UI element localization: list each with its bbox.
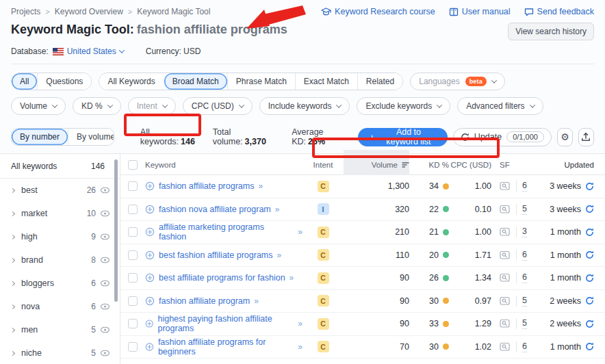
keyword-expand-icon[interactable]: » xyxy=(275,205,280,214)
row-checkbox[interactable] xyxy=(128,319,138,328)
column-header-updated[interactable]: Updated xyxy=(545,161,594,169)
keyword-expand-icon[interactable]: » xyxy=(298,227,302,237)
exclude-group-eye-button[interactable] xyxy=(100,187,110,194)
column-header-intent[interactable]: Intent xyxy=(302,161,344,169)
serp-preview-icon[interactable] xyxy=(500,342,511,352)
serp-preview-icon[interactable] xyxy=(500,296,511,306)
database-selector[interactable]: United States xyxy=(53,47,124,56)
sf-count[interactable]: 6 xyxy=(522,250,527,261)
filter-dropdown-advanced-filters[interactable]: Advanced filters xyxy=(457,97,543,115)
tab-broad-match[interactable]: Broad Match xyxy=(164,73,227,90)
column-header-kd[interactable]: KD % xyxy=(409,161,449,169)
keyword-research-course-link[interactable]: Keyword Research course xyxy=(321,7,435,16)
add-keyword-icon[interactable] xyxy=(145,181,155,191)
row-checkbox[interactable] xyxy=(128,273,138,283)
refresh-row-button[interactable] xyxy=(585,250,594,259)
send-feedback-link[interactable]: Send feedback xyxy=(524,7,594,16)
update-button[interactable]: Update 0/1,000 xyxy=(453,128,552,146)
column-header-sf[interactable]: SF xyxy=(491,161,545,169)
sidebar-group-men[interactable]: men5 xyxy=(0,318,120,341)
refresh-metrics-icon[interactable] xyxy=(585,182,594,191)
row-checkbox[interactable] xyxy=(128,296,138,306)
filter-dropdown-volume[interactable]: Volume xyxy=(11,97,66,115)
keyword-link[interactable]: affiliate marketing programs fashion xyxy=(159,222,294,242)
serp-preview-icon[interactable] xyxy=(500,273,511,283)
refresh-metrics-icon[interactable] xyxy=(585,228,594,237)
add-keyword-icon[interactable] xyxy=(145,296,155,306)
refresh-metrics-icon[interactable] xyxy=(585,205,594,213)
filter-dropdown-exclude-keywords[interactable]: Exclude keywords xyxy=(357,97,450,115)
keyword-link[interactable]: fashion affiliate program xyxy=(159,296,250,306)
tab-exact-match[interactable]: Exact Match xyxy=(295,73,357,90)
refresh-row-button[interactable] xyxy=(585,274,594,283)
add-keyword-icon[interactable] xyxy=(145,273,155,283)
sf-count[interactable]: 6 xyxy=(522,341,527,352)
refresh-metrics-icon[interactable] xyxy=(585,320,594,328)
row-checkbox[interactable] xyxy=(128,227,138,237)
select-all-checkbox[interactable] xyxy=(128,160,138,170)
refresh-row-button[interactable] xyxy=(585,205,594,213)
keyword-expand-icon[interactable]: » xyxy=(298,342,302,352)
keyword-link[interactable]: highest paying fashion affiliate program… xyxy=(157,314,294,333)
keyword-expand-icon[interactable]: » xyxy=(289,273,294,283)
keyword-link[interactable]: fashion affiliate programs for beginners xyxy=(158,337,294,356)
sf-count[interactable]: 6 xyxy=(522,272,527,283)
row-checkbox[interactable] xyxy=(128,181,138,191)
tab-questions[interactable]: Questions xyxy=(37,73,91,90)
filter-dropdown-cpc-usd-[interactable]: CPC (USD) xyxy=(183,97,253,115)
keyword-link[interactable]: best affiliate programs for fashion xyxy=(159,273,285,283)
add-to-keyword-list-button[interactable]: + Add to keyword list xyxy=(358,128,448,146)
filter-dropdown-kd-[interactable]: KD % xyxy=(73,97,121,115)
refresh-row-button[interactable] xyxy=(585,182,594,191)
sidebar-group-niche[interactable]: niche5 xyxy=(0,341,120,364)
sidebar-group-market[interactable]: market10 xyxy=(0,202,120,225)
row-checkbox[interactable] xyxy=(128,342,138,352)
sidebar-group-high[interactable]: high9 xyxy=(0,225,120,248)
add-keyword-icon[interactable] xyxy=(145,205,155,214)
column-header-keyword[interactable]: Keyword xyxy=(145,161,302,169)
keyword-expand-icon[interactable]: » xyxy=(277,250,282,260)
sf-count[interactable]: 5 xyxy=(522,204,527,215)
filter-dropdown-intent[interactable]: Intent xyxy=(128,97,176,115)
sidebar-group-brand[interactable]: brand8 xyxy=(0,248,120,272)
row-checkbox[interactable] xyxy=(128,205,138,214)
refresh-metrics-icon[interactable] xyxy=(585,342,594,351)
user-manual-link[interactable]: User manual xyxy=(449,7,511,16)
toggle-by-number[interactable]: By number xyxy=(12,129,68,145)
keyword-link[interactable]: fashion affiliate programs xyxy=(159,181,254,191)
settings-button[interactable]: ⚙ xyxy=(557,128,573,146)
tab-all-keywords[interactable]: All Keywords xyxy=(99,73,163,90)
breadcrumb-projects[interactable]: Projects xyxy=(11,7,40,16)
exclude-group-eye-button[interactable] xyxy=(100,326,110,333)
tab-all[interactable]: All xyxy=(12,73,37,90)
add-keyword-icon[interactable] xyxy=(145,319,153,328)
keyword-expand-icon[interactable]: » xyxy=(298,319,302,328)
sidebar-scrollbar[interactable] xyxy=(114,159,118,302)
tab-related[interactable]: Related xyxy=(357,73,402,90)
serp-preview-icon[interactable] xyxy=(500,227,511,237)
exclude-group-eye-button[interactable] xyxy=(100,210,110,217)
keyword-link[interactable]: best fashion affiliate programs xyxy=(159,250,273,260)
sidebar-group-best[interactable]: best26 xyxy=(0,179,120,202)
serp-preview-icon[interactable] xyxy=(500,205,511,214)
export-button[interactable] xyxy=(578,128,594,146)
view-search-history-button[interactable]: View search history xyxy=(508,23,594,40)
languages-dropdown[interactable]: Languages beta xyxy=(410,73,505,90)
refresh-row-button[interactable] xyxy=(585,228,594,237)
serp-preview-icon[interactable] xyxy=(500,319,511,328)
serp-preview-icon[interactable] xyxy=(500,181,511,191)
sidebar-header[interactable]: All keywords 146 xyxy=(0,154,120,179)
row-checkbox[interactable] xyxy=(128,250,138,260)
add-keyword-icon[interactable] xyxy=(145,342,154,352)
refresh-row-button[interactable] xyxy=(585,320,594,328)
sf-count[interactable]: 5 xyxy=(522,296,527,307)
keyword-expand-icon[interactable]: » xyxy=(254,296,259,306)
refresh-row-button[interactable] xyxy=(585,296,594,305)
exclude-group-eye-button[interactable] xyxy=(100,280,110,287)
add-keyword-icon[interactable] xyxy=(145,250,155,260)
exclude-group-eye-button[interactable] xyxy=(100,233,110,240)
column-header-volume[interactable]: Volume xyxy=(344,154,409,175)
exclude-group-eye-button[interactable] xyxy=(100,350,110,356)
keyword-link[interactable]: fashion nova affiliate program xyxy=(159,205,271,214)
refresh-metrics-icon[interactable] xyxy=(585,250,594,259)
